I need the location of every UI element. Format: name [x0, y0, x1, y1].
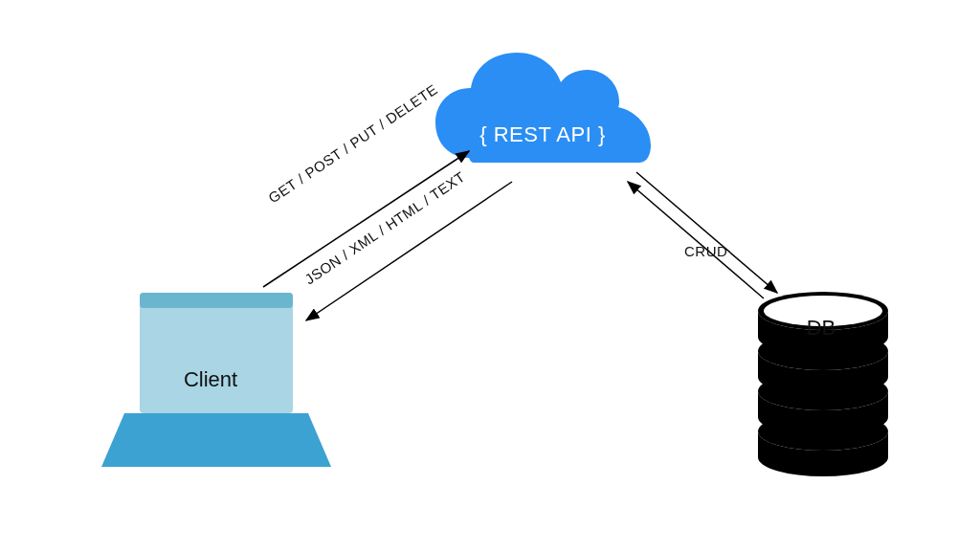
db-label: DB	[783, 316, 859, 341]
svg-point-4	[758, 372, 888, 410]
diagram-canvas: { REST API } Client DB GET / POST / PUT …	[0, 0, 980, 551]
diagram-svg	[0, 0, 980, 551]
svg-rect-1	[140, 293, 293, 308]
edge-label-crud: CRUD	[684, 243, 727, 259]
svg-rect-0	[140, 293, 293, 413]
arrow-db-to-api	[628, 182, 764, 298]
svg-point-5	[758, 412, 888, 451]
arrow-api-to-db	[636, 172, 777, 293]
arrow-client-to-api	[263, 151, 469, 287]
api-label: { REST API }	[461, 122, 624, 147]
client-label: Client	[148, 367, 273, 392]
